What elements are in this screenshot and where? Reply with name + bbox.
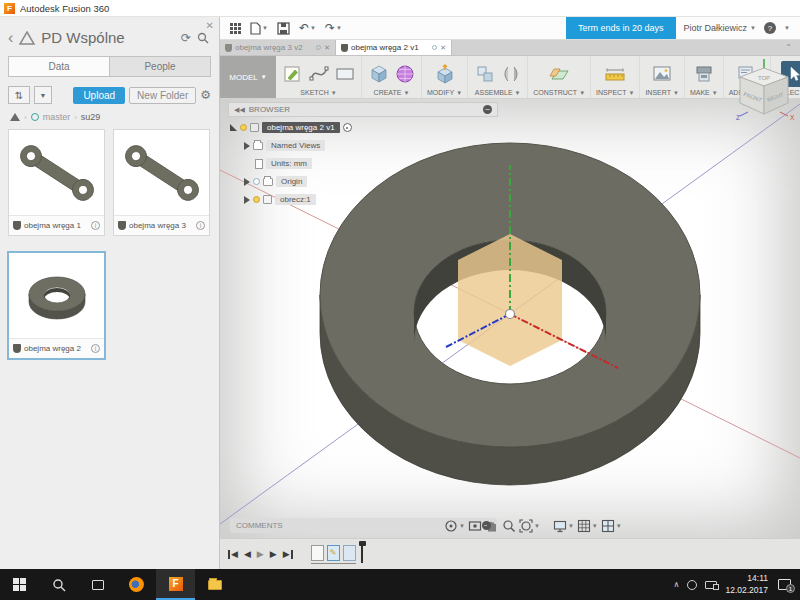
create-sketch-icon[interactable]: [281, 63, 304, 86]
taskbar-explorer-button[interactable]: [195, 569, 234, 600]
network-icon[interactable]: [705, 581, 717, 589]
ribbon-group-label[interactable]: ASSEMBLE▼: [475, 89, 521, 96]
timeline-step-forward-icon[interactable]: ▶: [256, 550, 265, 559]
viewports-icon[interactable]: ▼: [601, 519, 622, 533]
data-panel-close-icon[interactable]: ✕: [206, 20, 214, 31]
redo-button[interactable]: ↷▼: [325, 22, 342, 34]
timeline-extrude-feature[interactable]: [343, 545, 356, 561]
taskbar-fusion-button-active[interactable]: F: [156, 569, 195, 600]
joint-icon[interactable]: [499, 63, 522, 86]
close-tab-icon[interactable]: ✕: [440, 44, 446, 52]
display-settings-icon[interactable]: ▼: [553, 519, 574, 533]
root-node-label[interactable]: obejma wręga 2 v1: [262, 122, 340, 133]
insert-image-icon[interactable]: [651, 63, 674, 86]
file-menu-button[interactable]: ▼: [250, 22, 268, 35]
undo-button[interactable]: ↶▼: [299, 22, 316, 34]
save-button[interactable]: [277, 22, 290, 35]
node-label[interactable]: obrecz:1: [275, 194, 316, 205]
workspace-selector[interactable]: MODEL ▼: [220, 56, 276, 98]
settings-gear-icon[interactable]: ⚙: [200, 89, 211, 101]
browser-node-units[interactable]: Units: mm: [228, 156, 498, 171]
visibility-bulb-icon[interactable]: [240, 124, 247, 131]
orbit-icon[interactable]: ▼: [444, 519, 465, 533]
tab-data[interactable]: Data: [9, 57, 109, 76]
look-at-icon[interactable]: [468, 519, 482, 533]
ribbon-group-label[interactable]: CREATE▼: [374, 89, 410, 96]
breadcrumb-folder[interactable]: su29: [81, 112, 101, 122]
ribbon-group-label[interactable]: INSERT▼: [645, 89, 679, 96]
timeline-sketch-feature[interactable]: [311, 545, 324, 561]
browser-root-row[interactable]: obejma wręga 2 v1: [228, 120, 498, 135]
activate-component-icon[interactable]: [343, 123, 352, 132]
expanded-arrow-icon[interactable]: [230, 124, 237, 131]
timeline-go-to-start-icon[interactable]: ◀: [228, 550, 239, 559]
hub-icon[interactable]: [10, 113, 20, 121]
ribbon-group-label[interactable]: INSPECT▼: [596, 89, 634, 96]
collapse-ribbon-icon[interactable]: ⌃: [785, 40, 800, 55]
item-card-3-selected[interactable]: obejma wręga 2 i: [8, 252, 105, 359]
sort-dropdown-icon[interactable]: ▼: [34, 86, 52, 104]
panel-minus-icon[interactable]: –: [483, 105, 492, 114]
node-label[interactable]: Named Views: [266, 140, 325, 151]
info-icon[interactable]: i: [91, 221, 100, 230]
search-icon[interactable]: [197, 32, 209, 44]
doc-tab-inactive[interactable]: obejma wręga 3 v2 ✕: [220, 40, 336, 55]
taskbar-clock[interactable]: 14:11 12.02.2017: [725, 573, 768, 595]
doc-tab-active[interactable]: obejma wręga 2 v1 ✕: [336, 40, 452, 55]
tab-people[interactable]: People: [109, 57, 210, 76]
rectangle-tool-icon[interactable]: [333, 63, 356, 86]
node-label[interactable]: Units: mm: [266, 158, 312, 169]
breadcrumb-branch[interactable]: master: [43, 112, 71, 122]
start-button[interactable]: [0, 569, 39, 600]
node-label[interactable]: Origin: [276, 176, 307, 187]
collapsed-arrow-icon[interactable]: [244, 142, 250, 150]
visibility-bulb-icon[interactable]: [253, 178, 260, 185]
dropdown-arrow-icon[interactable]: ▼: [784, 25, 790, 31]
tray-app-icon[interactable]: [687, 580, 697, 590]
grid-settings-icon[interactable]: ▼: [577, 519, 598, 533]
origin-point[interactable]: [506, 310, 515, 319]
notification-center-icon[interactable]: 1: [778, 579, 791, 590]
browser-node-named-views[interactable]: Named Views: [228, 138, 498, 153]
new-component-icon[interactable]: [473, 63, 496, 86]
back-icon[interactable]: ‹: [8, 33, 13, 43]
new-folder-button[interactable]: New Folder: [129, 87, 196, 104]
upload-button[interactable]: Upload: [73, 87, 125, 104]
task-view-button[interactable]: [78, 569, 117, 600]
collapsed-arrow-icon[interactable]: [244, 178, 250, 186]
create-form-icon[interactable]: [393, 63, 416, 86]
pan-icon[interactable]: [485, 519, 499, 533]
fit-icon[interactable]: ▼: [519, 519, 540, 533]
visibility-bulb-icon[interactable]: [253, 196, 260, 203]
collapsed-arrow-icon[interactable]: [244, 196, 250, 204]
press-pull-icon[interactable]: [433, 63, 456, 86]
taskbar-firefox-button[interactable]: [117, 569, 156, 600]
info-icon[interactable]: i: [91, 344, 100, 353]
taskbar-search-button[interactable]: [39, 569, 78, 600]
browser-header[interactable]: ◀◀ BROWSER –: [228, 102, 498, 117]
tray-expand-icon[interactable]: ∧: [674, 580, 680, 589]
zoom-icon[interactable]: [502, 519, 516, 533]
browser-node-origin[interactable]: Origin: [228, 174, 498, 189]
create-solid-icon[interactable]: [367, 63, 390, 86]
item-card-1[interactable]: obejma wręga 1 i: [8, 129, 105, 236]
timeline-selected-feature[interactable]: ✎: [327, 545, 340, 561]
timeline-position-marker[interactable]: [361, 545, 363, 563]
close-tab-icon[interactable]: ✕: [324, 44, 330, 52]
collapse-panel-icon[interactable]: ◀◀: [234, 106, 245, 114]
ribbon-group-label[interactable]: MAKE▼: [690, 89, 718, 96]
ribbon-group-label[interactable]: MODIFY▼: [427, 89, 462, 96]
ribbon-group-label[interactable]: SKETCH▼: [300, 89, 336, 96]
timeline-go-to-end-icon[interactable]: ▶: [282, 550, 293, 559]
viewcube[interactable]: TOP FRONT RIGHT Z X: [733, 56, 797, 142]
browser-node-obrecz[interactable]: obrecz:1: [228, 192, 498, 207]
refresh-icon[interactable]: ⟳: [181, 32, 191, 44]
help-icon[interactable]: ?: [764, 22, 776, 34]
info-icon[interactable]: i: [196, 221, 205, 230]
term-banner[interactable]: Term ends in 20 days: [566, 17, 676, 39]
construct-plane-icon[interactable]: [548, 63, 571, 86]
3d-print-icon[interactable]: [692, 63, 715, 86]
measure-icon[interactable]: [604, 63, 627, 86]
app-grid-icon[interactable]: [230, 23, 241, 34]
user-account-menu[interactable]: Piotr Dałkiewicz ▼: [684, 23, 756, 33]
